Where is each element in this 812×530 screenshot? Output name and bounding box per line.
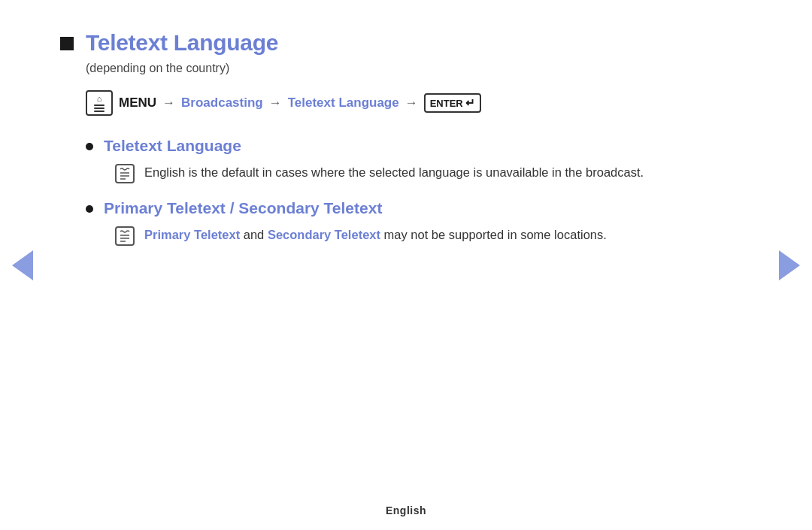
teletext-language-link[interactable]: Teletext Language <box>288 95 399 111</box>
menu-label: MENU <box>119 95 156 111</box>
arrow-2: → <box>269 95 282 111</box>
bullet-dot-2 <box>86 205 93 213</box>
secondary-teletext-highlight: Secondary Teletext <box>268 228 380 241</box>
note-row-1: English is the default in cases where th… <box>114 162 752 184</box>
bullet-title-2: Primary Teletext / Secondary Teletext <box>104 199 382 217</box>
bullet-row-2: Primary Teletext / Secondary Teletext <box>86 199 752 217</box>
bullet-row-1: Teletext Language <box>86 137 752 155</box>
menu-path: ⌂ MENU → Broadcasting → Teletext Languag… <box>86 90 752 116</box>
note-text-2: Primary Teletext and Secondary Teletext … <box>144 225 607 244</box>
enter-label: ENTER <box>430 98 463 109</box>
subtitle: (depending on the country) <box>86 62 752 75</box>
note-icon-1 <box>114 163 135 184</box>
broadcasting-link[interactable]: Broadcasting <box>181 95 263 111</box>
note-row-2: Primary Teletext and Secondary Teletext … <box>114 225 752 247</box>
title-square-icon <box>60 37 74 50</box>
page-title: Teletext Language <box>86 30 278 56</box>
menu-icon: ⌂ <box>86 90 113 116</box>
bullet-section-1: Teletext Language English is the default… <box>86 137 752 184</box>
enter-arrow-icon: ↵ <box>465 96 475 110</box>
arrow-3: → <box>405 95 418 111</box>
svg-rect-0 <box>116 165 134 183</box>
title-row: Teletext Language <box>60 30 752 56</box>
footer-language: English <box>386 504 426 516</box>
nav-left-button[interactable] <box>12 250 33 280</box>
bullet-title-1: Teletext Language <box>104 137 241 155</box>
arrow-1: → <box>162 95 175 111</box>
note-text-1: English is the default in cases where th… <box>144 162 644 182</box>
page-container: Teletext Language (depending on the coun… <box>0 0 812 530</box>
enter-icon: ENTER↵ <box>424 93 481 113</box>
primary-teletext-highlight: Primary Teletext <box>144 228 240 241</box>
nav-right-button[interactable] <box>779 250 800 280</box>
bullet-section-2: Primary Teletext / Secondary Teletext Pr… <box>86 199 752 247</box>
bullet-dot-1 <box>86 143 93 150</box>
note-icon-2 <box>114 226 135 247</box>
svg-rect-4 <box>116 227 134 245</box>
